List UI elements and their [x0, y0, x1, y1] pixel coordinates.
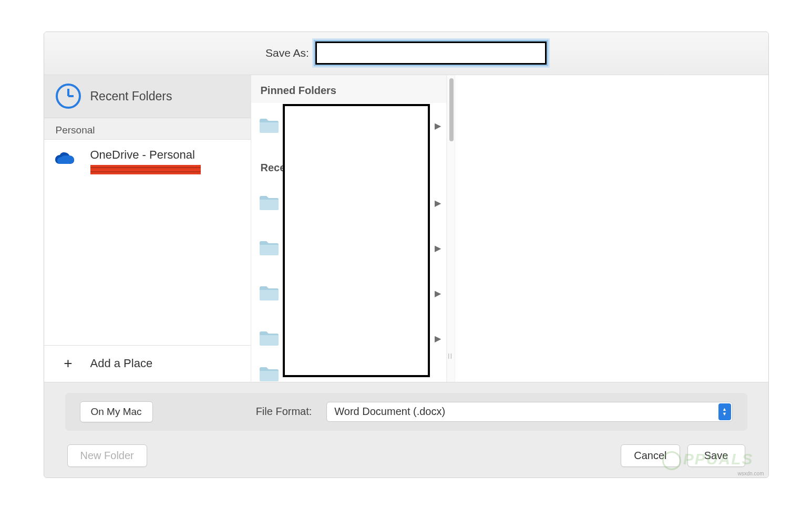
resize-handle-icon[interactable]: || — [448, 353, 453, 359]
sidebar: Recent Folders Personal OneDrive - Perso… — [44, 75, 251, 382]
sidebar-spacer — [44, 183, 251, 345]
dialog-header: Save As: — [44, 32, 768, 75]
chevron-right-icon: ▶ — [435, 198, 441, 207]
dialog-footer: On My Mac File Format: Word Document (.d… — [44, 382, 768, 477]
sidebar-section-personal: Personal — [44, 118, 251, 140]
folder-icon — [259, 330, 280, 347]
onedrive-text: OneDrive - Personal — [90, 148, 201, 174]
scroll-thumb[interactable] — [449, 78, 454, 141]
filename-input[interactable] — [315, 41, 547, 65]
folder-list-column: Pinned Folders ▶ Rece ▶ — [251, 75, 447, 382]
preview-column — [455, 75, 768, 382]
onedrive-icon — [54, 148, 81, 167]
save-as-dialog: Save As: Recent Folders Personal OneDriv… — [44, 32, 769, 478]
add-place-label: Add a Place — [90, 357, 153, 370]
on-my-mac-button[interactable]: On My Mac — [80, 401, 153, 422]
folder-browser: Pinned Folders ▶ Rece ▶ — [251, 75, 768, 382]
corner-attribution: wsxdn.com — [737, 471, 764, 476]
select-arrows-icon: ▲▼ — [718, 403, 731, 420]
dialog-body: Recent Folders Personal OneDrive - Perso… — [44, 75, 768, 382]
chevron-right-icon: ▶ — [435, 120, 441, 130]
file-format-label: File Format: — [256, 406, 312, 418]
onedrive-account-redacted — [90, 165, 201, 174]
pinned-folders-header: Pinned Folders — [251, 75, 446, 103]
folder-icon — [259, 117, 280, 134]
sidebar-item-onedrive[interactable]: OneDrive - Personal — [44, 140, 251, 183]
scrollbar[interactable]: || — [447, 75, 455, 382]
recent-folders-label: Recent Folders — [90, 89, 172, 103]
folder-icon — [259, 366, 280, 382]
chevron-right-icon: ▶ — [435, 243, 441, 253]
sidebar-item-add-place[interactable]: + Add a Place — [44, 345, 251, 382]
onedrive-label: OneDrive - Personal — [90, 148, 201, 162]
sidebar-item-recent-folders[interactable]: Recent Folders — [44, 75, 251, 118]
folder-icon — [259, 194, 280, 211]
save-button[interactable]: Save — [687, 444, 745, 467]
format-row: On My Mac File Format: Word Document (.d… — [65, 393, 747, 431]
folder-names-redaction — [283, 104, 430, 377]
plus-icon: + — [56, 355, 81, 372]
chevron-right-icon: ▶ — [435, 288, 441, 298]
new-folder-button[interactable]: New Folder — [67, 444, 147, 467]
file-format-select[interactable]: Word Document (.docx) ▲▼ — [326, 402, 732, 422]
folder-icon — [259, 285, 280, 302]
clock-icon — [56, 84, 81, 109]
action-row: New Folder Cancel Save — [65, 444, 747, 467]
cancel-button[interactable]: Cancel — [621, 444, 680, 467]
save-as-label: Save As: — [265, 47, 309, 59]
folder-icon — [259, 240, 280, 256]
chevron-right-icon: ▶ — [435, 333, 441, 343]
file-format-value: Word Document (.docx) — [334, 406, 445, 418]
